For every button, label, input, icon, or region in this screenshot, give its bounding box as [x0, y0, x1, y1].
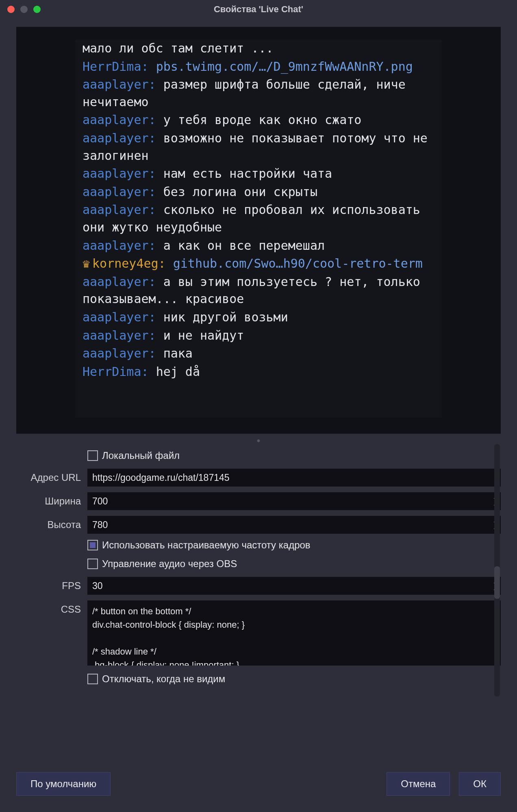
chat-line: aaaplayer: нам есть настройки чата [83, 165, 434, 183]
crown-icon: ♛ [83, 256, 90, 271]
chat-line: aaaplayer: а как он все перемешал [83, 237, 434, 255]
window-maximize-button[interactable] [33, 6, 41, 13]
chat-nick: aaaplayer: [83, 203, 156, 217]
chat-text: нам есть настройки чата [163, 166, 332, 181]
chat-line: мало ли обс там слетит ... [83, 40, 434, 57]
checkbox-icon [87, 450, 98, 461]
chat-nick: HerrDima: [83, 365, 149, 379]
css-label: CSS [16, 600, 87, 615]
chat-line: ♛korney4eg: github.com/Swo…h90/cool-retr… [83, 255, 434, 273]
dialog-body: мало ли обс там слетит ...HerrDima: pbs.… [16, 27, 501, 686]
chat-nick: aaaplayer: [83, 77, 156, 92]
chat-link[interactable]: pbs.twimg.com/…/D_9mnzfWwAANnRY.png [156, 59, 413, 74]
titlebar: Свойства 'Live Chat' [0, 0, 517, 19]
height-input[interactable] [87, 516, 489, 534]
scrollbar-thumb[interactable] [494, 566, 500, 599]
properties-form: Локальный файл Адрес URL Ширина ▴ ▾ [16, 450, 501, 686]
width-input[interactable] [87, 492, 489, 510]
chat-line: aaaplayer: а вы этим пользуетесь ? нет, … [83, 273, 434, 308]
chat-nick: aaaplayer: [83, 346, 156, 360]
audio-obs-label: Управление аудио через OBS [102, 558, 237, 570]
custom-fps-checkbox[interactable]: Использовать настраиваемую частоту кадро… [87, 539, 311, 551]
local-file-checkbox[interactable]: Локальный файл [87, 450, 180, 461]
width-stepper[interactable]: ▴ ▾ [87, 492, 501, 510]
chat-line: aaaplayer: без логина они скрыты [83, 183, 434, 201]
chat-text: мало ли обс там слетит ... [83, 41, 274, 55]
chat-text: hej då [156, 365, 200, 379]
chat-nick: aaaplayer: [83, 113, 156, 127]
checkbox-icon [87, 674, 98, 684]
chat-line: aaaplayer: сколько не пробовал их исполь… [83, 201, 434, 236]
chat-line: HerrDima: hej då [83, 363, 434, 381]
chat-line: aaaplayer: размер шрифта больше сделай, … [83, 76, 434, 111]
scrollbar[interactable] [494, 444, 500, 696]
local-file-label: Локальный файл [102, 450, 180, 461]
dialog-footer: По умолчанию Отмена ОК [0, 762, 517, 812]
css-textarea[interactable] [87, 600, 501, 666]
shutdown-label: Отключать, когда не видим [102, 673, 225, 685]
chat-line: aaaplayer: возможно не показывает потому… [83, 130, 434, 164]
window-close-button[interactable] [7, 6, 15, 13]
chat-text: ник другой возьми [163, 310, 288, 324]
custom-fps-label: Использовать настраиваемую частоту кадро… [102, 539, 311, 551]
checkbox-icon [87, 559, 98, 569]
fps-input[interactable] [87, 577, 489, 595]
chat-text: и не найдут [163, 328, 244, 343]
traffic-lights [7, 6, 41, 13]
chat-nick: aaaplayer: [83, 166, 156, 181]
chat-nick: aaaplayer: [83, 131, 156, 145]
defaults-button[interactable]: По умолчанию [16, 772, 111, 796]
chat-line: HerrDima: pbs.twimg.com/…/D_9mnzfWwAANnR… [83, 58, 434, 76]
url-input[interactable] [87, 469, 501, 487]
chat-line: aaaplayer: и не найдут [83, 327, 434, 345]
ok-button[interactable]: ОК [459, 772, 501, 796]
chat-link[interactable]: github.com/Swo…h90/cool-retro-term [173, 256, 423, 271]
window-minimize-button[interactable] [20, 6, 28, 13]
chat-text: пака [163, 346, 193, 360]
chat-nick: aaaplayer: [83, 238, 156, 253]
chat-line: aaaplayer: у тебя вроде как окно сжато [83, 111, 434, 129]
fps-label: FPS [16, 580, 87, 592]
chat-nick: korney4eg: [92, 256, 166, 271]
splitter-handle[interactable]: ● [16, 437, 501, 444]
source-preview: мало ли обс там слетит ...HerrDima: pbs.… [16, 27, 501, 434]
fps-stepper[interactable]: ▴ ▾ [87, 577, 501, 595]
chat-nick: aaaplayer: [83, 328, 156, 343]
height-label: Высота [16, 519, 87, 530]
chat-line: aaaplayer: ник другой возьми [83, 309, 434, 326]
audio-obs-checkbox[interactable]: Управление аудио через OBS [87, 558, 237, 570]
chat-nick: aaaplayer: [83, 310, 156, 324]
chat-text: у тебя вроде как окно сжато [163, 113, 362, 127]
chat-text: а как он все перемешал [163, 238, 325, 253]
chat-nick: aaaplayer: [83, 185, 156, 199]
cancel-button[interactable]: Отмена [387, 772, 450, 796]
chat-text: без логина они скрыты [163, 185, 317, 199]
window-title: Свойства 'Live Chat' [0, 4, 517, 15]
shutdown-checkbox[interactable]: Отключать, когда не видим [87, 673, 225, 685]
checkbox-icon [87, 540, 98, 550]
url-label: Адрес URL [16, 472, 87, 483]
chat-line: aaaplayer: пака [83, 345, 434, 362]
chat-log: мало ли обс там слетит ...HerrDima: pbs.… [75, 40, 442, 417]
height-stepper[interactable]: ▴ ▾ [87, 516, 501, 534]
width-label: Ширина [16, 495, 87, 507]
chat-nick: aaaplayer: [83, 275, 156, 289]
chat-nick: HerrDima: [83, 59, 149, 74]
